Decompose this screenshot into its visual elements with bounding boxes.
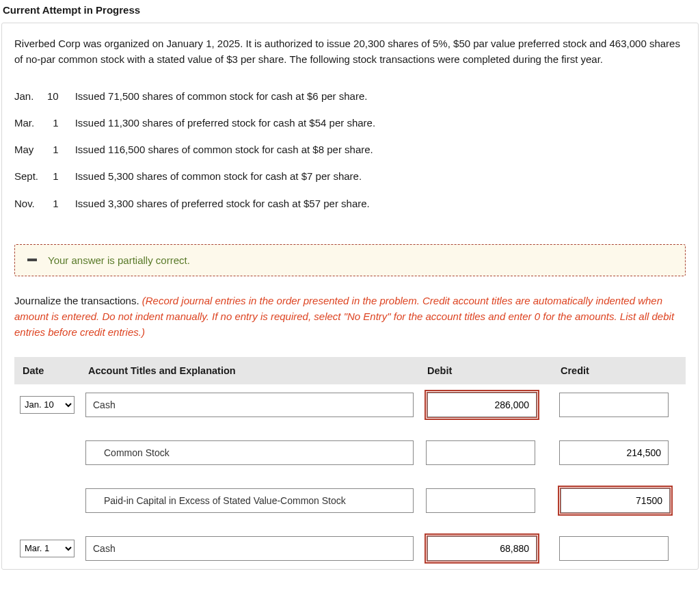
date-select[interactable]: Mar. 1 [20,540,75,557]
col-date: Date [14,357,80,384]
debit-input[interactable] [427,536,537,561]
transaction-row: Sept. 1 Issued 5,300 shares of common st… [14,163,382,189]
credit-error-frame [558,486,673,516]
debit-error-frame [425,390,539,420]
tx-day: 10 [47,83,75,109]
tx-desc: Issued 71,500 shares of common stock for… [75,83,382,109]
col-account: Account Titles and Explanation [80,357,419,384]
credit-input[interactable] [559,536,669,561]
account-input[interactable] [85,393,414,417]
account-input[interactable] [85,488,414,513]
tx-month: Jan. [14,83,47,109]
question-panel: Riverbed Corp was organized on January 1… [1,23,699,570]
credit-input[interactable] [561,488,670,513]
tx-day: 1 [47,136,75,163]
tx-desc: Issued 11,300 shares of preferred stock … [75,109,382,136]
page-title: Current Attempt in Progress [0,0,700,23]
debit-input[interactable] [427,393,537,417]
tx-day: 1 [47,109,75,136]
entry-row [14,480,686,521]
tx-day: 1 [47,163,75,189]
entry-row: Mar. 1 [14,528,686,569]
date-select[interactable]: Jan. 10 [20,396,75,414]
problem-intro: Riverbed Corp was organized on January 1… [14,36,686,68]
minus-icon [27,259,37,261]
transactions-list: Jan. 10 Issued 71,500 shares of common s… [14,83,382,217]
transaction-row: May 1 Issued 116,500 shares of common st… [14,136,382,163]
instruction-lead: Journalize the transactions. [14,295,142,306]
tx-month: Sept. [14,163,47,189]
journal-entry-table: Date Account Titles and Explanation Debi… [14,357,686,569]
credit-input[interactable] [559,393,669,417]
tx-month: Nov. [14,190,47,217]
col-credit: Credit [552,357,686,384]
tx-month: May [14,136,47,163]
credit-input[interactable] [559,440,669,465]
transaction-row: Nov. 1 Issued 3,300 shares of preferred … [14,190,382,217]
entry-row: Jan. 10 [14,384,686,425]
tx-desc: Issued 116,500 shares of common stock fo… [75,136,382,163]
answer-section: Your answer is partially correct. Journa… [14,244,686,569]
tx-day: 1 [47,190,75,217]
transaction-row: Mar. 1 Issued 11,300 shares of preferred… [14,109,382,136]
tx-desc: Issued 3,300 shares of preferred stock f… [75,190,382,217]
tx-desc: Issued 5,300 shares of common stock for … [75,163,382,189]
col-debit: Debit [419,357,552,384]
table-header-row: Date Account Titles and Explanation Debi… [14,357,686,384]
account-input[interactable] [85,440,414,465]
debit-error-frame [425,533,539,564]
feedback-text: Your answer is partially correct. [48,254,190,266]
debit-input[interactable] [426,488,535,513]
tx-month: Mar. [14,109,47,136]
transaction-row: Jan. 10 Issued 71,500 shares of common s… [14,83,382,109]
feedback-banner: Your answer is partially correct. [14,244,686,276]
debit-input[interactable] [426,440,535,465]
instructions: Journalize the transactions. (Record jou… [14,293,686,341]
entry-row [14,432,686,473]
account-input[interactable] [85,536,414,561]
